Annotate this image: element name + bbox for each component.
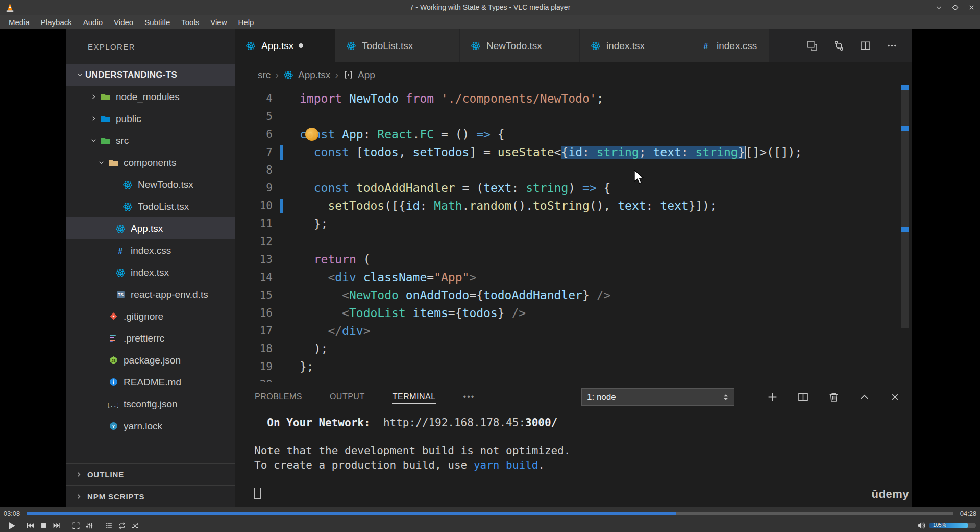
react-file-icon (590, 40, 601, 52)
more-actions-icon[interactable] (886, 40, 898, 52)
panel-tab-output[interactable]: OUTPUT (329, 390, 365, 404)
tab-app-tsx[interactable]: App.tsx (235, 29, 335, 62)
tree-item-react-app-env-d-ts[interactable]: TSreact-app-env.d.ts (66, 283, 235, 305)
tree-item-readme-md[interactable]: README.md (66, 371, 235, 393)
tab-index-css[interactable]: #index.css (690, 29, 770, 62)
tree-item-index-css[interactable]: #index.css (66, 239, 235, 261)
menu-help[interactable]: Help (233, 16, 260, 28)
menu-tools[interactable]: Tools (176, 16, 205, 28)
code-editor[interactable]: 4import NewTodo from './components/NewTo… (235, 87, 900, 382)
breadcrumb-item-src[interactable]: src (258, 69, 271, 81)
stop-button[interactable] (37, 520, 50, 531)
breadcrumb-item-app-tsx[interactable]: App.tsx (298, 69, 330, 81)
explorer-header: EXPLORER (88, 42, 135, 51)
new-terminal-button[interactable] (766, 391, 778, 403)
tree-item-gitignore[interactable]: .gitignore (66, 305, 235, 327)
split-terminal-button[interactable] (797, 391, 809, 403)
minimize-button[interactable] (934, 3, 943, 12)
fullscreen-button[interactable] (69, 520, 83, 531)
tree-item-newtodo-tsx[interactable]: NewTodo.tsx (66, 174, 235, 196)
open-changes-icon[interactable] (806, 40, 818, 52)
code-line-17: 17 </div> (235, 322, 900, 340)
section-outline[interactable]: OUTLINE (66, 463, 235, 485)
terminal-text: To create a production build, use (254, 459, 474, 471)
editor-scrollbar[interactable] (900, 62, 910, 382)
panel-more-button[interactable]: ••• (463, 390, 476, 404)
react-file-icon (346, 40, 357, 52)
tree-item-label: tsconfig.json (124, 399, 178, 410)
menu-media[interactable]: Media (3, 16, 35, 28)
tab-newtodo-tsx[interactable]: NewTodo.tsx (460, 29, 580, 62)
code-token: ) (568, 181, 582, 195)
menu-video[interactable]: Video (108, 16, 139, 28)
menu-audio[interactable]: Audio (78, 16, 108, 28)
code-token (342, 92, 349, 105)
tree-item-todolist-tsx[interactable]: TodoList.tsx (66, 196, 235, 217)
scrollbar-thumb[interactable] (901, 88, 909, 328)
loop-button[interactable] (115, 520, 129, 531)
terminal-selector[interactable]: 1: node (581, 388, 734, 406)
volume-slider[interactable]: 105% (929, 523, 976, 528)
menu-subtitle[interactable]: Subtitle (139, 16, 176, 28)
extended-settings-button[interactable] (83, 520, 96, 531)
code-text: setTodos([{id: Math.random().toString(),… (300, 197, 717, 215)
tree-item-src[interactable]: src (66, 130, 235, 152)
maximize-panel-button[interactable] (858, 391, 870, 403)
playlist-button[interactable] (102, 520, 115, 531)
explorer-root-folder[interactable]: UNDERSTANDING-TS (66, 64, 235, 86)
code-token: return (314, 253, 356, 266)
git-compare-icon[interactable] (832, 40, 845, 52)
next-button[interactable] (50, 520, 63, 531)
split-editor-icon[interactable] (859, 40, 871, 52)
tree-item-node-modules[interactable]: node_modules (66, 86, 235, 108)
code-token (335, 128, 342, 141)
udemy-watermark: ûdemy (872, 488, 909, 501)
code-token: => (476, 128, 491, 141)
menu-playback[interactable]: Playback (35, 16, 78, 28)
code-token: id (568, 146, 582, 159)
code-token: = () (434, 128, 476, 141)
folder-public-icon (99, 114, 112, 124)
code-token: < (328, 271, 335, 284)
tree-item-app-tsx[interactable]: App.tsx (66, 217, 235, 239)
tree-item-index-tsx[interactable]: index.tsx (66, 261, 235, 283)
file-tree: UNDERSTANDING-TSnode_modulespublicsrccom… (66, 64, 235, 437)
code-token: }; (300, 217, 328, 230)
play-button[interactable] (5, 520, 18, 531)
tree-item-public[interactable]: public (66, 108, 235, 130)
terminal-text: Note that the development build is not o… (254, 445, 571, 457)
tree-item-components[interactable]: components (66, 152, 235, 174)
previous-button[interactable] (23, 520, 37, 531)
code-text: }; (300, 215, 328, 233)
close-panel-button[interactable] (889, 391, 901, 403)
code-token: string (696, 146, 738, 159)
tree-item-package-json[interactable]: JSpackage.json (66, 349, 235, 371)
code-line-9: 9 const todoAddHandler = (text: string) … (235, 179, 900, 197)
terminal-output[interactable]: On Your Network: http://192.168.178.45:3… (254, 416, 892, 500)
breadcrumb-item-app[interactable]: App (358, 69, 375, 81)
tab-todolist-tsx[interactable]: TodoList.tsx (335, 29, 460, 62)
code-line-11: 11 }; (235, 215, 900, 233)
menu-view[interactable]: View (205, 16, 232, 28)
maximize-button[interactable] (950, 3, 960, 12)
line-number: 5 (235, 108, 273, 126)
tree-item-prettierrc[interactable]: .prettierrc (66, 327, 235, 349)
code-text: </div> (300, 322, 371, 340)
seek-slider[interactable] (27, 512, 953, 515)
tab-index-tsx[interactable]: index.tsx (580, 29, 690, 62)
kill-terminal-button[interactable] (827, 391, 840, 403)
code-token: => (582, 181, 597, 195)
tree-item-yarn-lock[interactable]: Yyarn.lock (66, 415, 235, 437)
panel-tab-terminal[interactable]: TERMINAL (392, 390, 436, 404)
close-button[interactable] (967, 3, 976, 12)
code-line-5: 5 (235, 108, 900, 126)
video-frame[interactable]: EXPLORER UNDERSTANDING-TSnode_modulespub… (0, 29, 980, 507)
code-token (399, 92, 406, 105)
panel-tab-problems[interactable]: PROBLEMS (254, 390, 303, 404)
scrollbar-annotation (901, 126, 909, 131)
speaker-icon[interactable] (917, 522, 926, 529)
title-bar: 7 - Working with State & Types - VLC med… (0, 0, 980, 15)
section-npm-scripts[interactable]: NPM SCRIPTS (66, 485, 235, 507)
tree-item-tsconfig-json[interactable]: {..}tsconfig.json (66, 393, 235, 415)
random-button[interactable] (129, 520, 142, 531)
